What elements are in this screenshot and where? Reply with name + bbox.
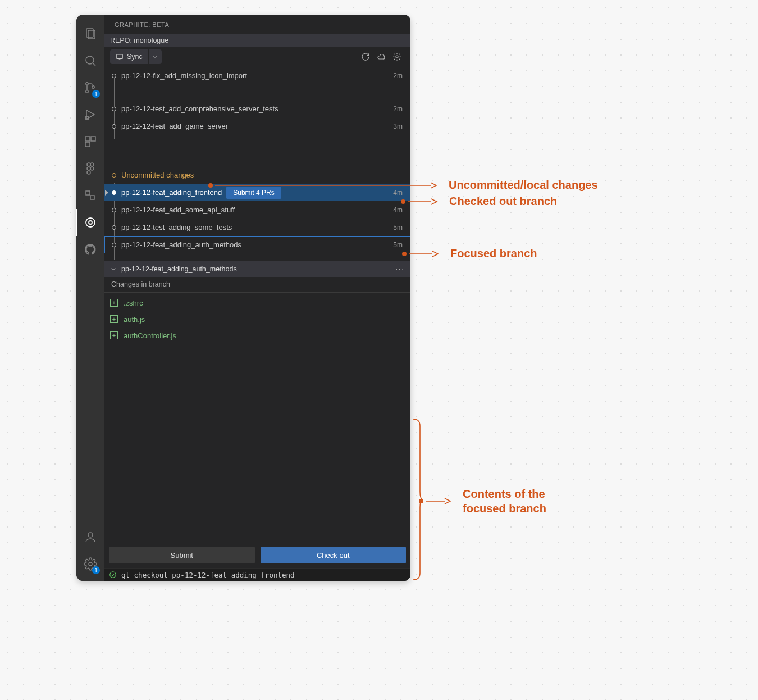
branch-row[interactable]: pp-12-12-test_add_comprehensive_server_t… bbox=[104, 100, 410, 117]
added-file-icon: + bbox=[110, 331, 118, 339]
sync-button[interactable]: Sync bbox=[110, 49, 148, 64]
svg-point-12 bbox=[87, 167, 90, 170]
svg-point-23 bbox=[110, 572, 116, 578]
extensions-icon[interactable] bbox=[76, 128, 104, 155]
branch-age: 3m bbox=[393, 122, 403, 130]
branch-row[interactable]: pp-12-12-test_adding_some_tests 5m bbox=[104, 219, 410, 236]
figma-icon[interactable] bbox=[76, 155, 104, 182]
refresh-icon[interactable] bbox=[358, 49, 373, 65]
activity-bar: 1 1 bbox=[76, 15, 104, 581]
branch-tree: pp-12-12-fix_add_missing_icon_import 2m … bbox=[104, 67, 410, 261]
file-name: auth.js bbox=[124, 315, 145, 324]
search-icon[interactable] bbox=[76, 47, 104, 74]
chevron-down-icon bbox=[110, 266, 117, 272]
toolbar: Sync bbox=[104, 47, 410, 67]
settings-badge: 1 bbox=[92, 566, 100, 574]
svg-point-18 bbox=[89, 221, 92, 224]
file-row[interactable]: + .zshrc bbox=[104, 295, 410, 311]
svg-point-4 bbox=[86, 90, 88, 93]
branch-name: pp-12-12-fix_add_missing_icon_import bbox=[121, 71, 247, 80]
run-debug-icon[interactable] bbox=[76, 101, 104, 128]
source-control-icon[interactable]: 1 bbox=[76, 74, 104, 101]
details-subtitle: Changes in branch bbox=[104, 277, 410, 293]
svg-point-3 bbox=[86, 83, 88, 85]
annotation-contents: Contents of the focused branch bbox=[422, 487, 546, 516]
svg-rect-7 bbox=[85, 137, 90, 141]
branch-age: 5m bbox=[393, 224, 403, 231]
branch-name: pp-12-12-feat_add_some_api_stuff bbox=[121, 206, 235, 214]
svg-point-20 bbox=[89, 562, 92, 566]
svg-point-10 bbox=[87, 163, 90, 166]
added-file-icon: + bbox=[110, 315, 118, 323]
checkout-button[interactable]: Check out bbox=[261, 547, 407, 563]
svg-rect-9 bbox=[85, 142, 90, 147]
file-list: + .zshrc + auth.js + authController.js bbox=[104, 293, 410, 348]
svg-point-19 bbox=[88, 533, 93, 537]
repo-bar[interactable]: REPO: monologue bbox=[104, 34, 410, 47]
branch-row[interactable]: pp-12-12-feat_add_some_api_stuff 4m bbox=[104, 201, 410, 219]
svg-rect-8 bbox=[91, 137, 95, 141]
scm-badge: 1 bbox=[92, 90, 100, 98]
branch-age: 5m bbox=[393, 241, 403, 249]
account-icon[interactable] bbox=[76, 524, 104, 551]
file-name: authController.js bbox=[124, 331, 176, 340]
annotation-focused: Focused branch bbox=[402, 247, 537, 260]
more-icon[interactable]: ··· bbox=[396, 265, 405, 273]
sync-label: Sync bbox=[127, 53, 143, 61]
branch-name: pp-12-12-test_add_comprehensive_server_t… bbox=[121, 104, 278, 113]
file-name: .zshrc bbox=[124, 299, 143, 307]
branch-name: pp-12-12-test_adding_some_tests bbox=[121, 223, 232, 231]
svg-point-14 bbox=[87, 171, 90, 174]
github-icon[interactable] bbox=[76, 236, 104, 263]
svg-point-13 bbox=[90, 167, 94, 170]
explorer-icon[interactable] bbox=[76, 20, 104, 47]
settings-gear-icon[interactable]: 1 bbox=[76, 551, 104, 578]
cloud-icon[interactable] bbox=[373, 49, 389, 65]
gear-icon[interactable] bbox=[389, 49, 405, 65]
uncommitted-label: Uncommitted changes bbox=[121, 171, 194, 179]
branch-name: pp-12-12-feat_adding_auth_methods bbox=[121, 240, 241, 249]
svg-rect-21 bbox=[117, 54, 123, 59]
branch-name: pp-12-12-feat_adding_frontend bbox=[121, 188, 222, 197]
svg-point-22 bbox=[396, 56, 398, 58]
branch-row-focused[interactable]: pp-12-12-feat_adding_auth_methods 5m bbox=[104, 236, 410, 253]
file-row[interactable]: + authController.js bbox=[104, 328, 410, 344]
branch-age: 2m bbox=[393, 72, 403, 80]
details-branch-name: pp-12-12-feat_adding_auth_methods bbox=[121, 265, 237, 273]
svg-point-17 bbox=[86, 218, 95, 227]
checked-out-indicator-icon bbox=[105, 190, 108, 196]
branch-name: pp-12-12-feat_add_game_server bbox=[121, 122, 228, 130]
module-icon[interactable] bbox=[76, 182, 104, 209]
details-header[interactable]: pp-12-12-feat_adding_auth_methods ··· bbox=[104, 261, 410, 277]
file-row[interactable]: + auth.js bbox=[104, 311, 410, 328]
vscode-window: 1 1 GRAPHITE: BETA REPO: monol bbox=[76, 15, 410, 581]
action-row: Submit Check out bbox=[104, 542, 410, 568]
status-check-icon bbox=[109, 571, 117, 579]
added-file-icon: + bbox=[110, 299, 118, 307]
graphite-panel: GRAPHITE: BETA REPO: monologue Sync bbox=[104, 15, 410, 581]
status-bar: gt checkout pp-12-12-feat_adding_fronten… bbox=[104, 568, 410, 581]
panel-title: GRAPHITE: BETA bbox=[104, 15, 410, 34]
branch-age: 2m bbox=[393, 105, 403, 113]
svg-rect-15 bbox=[86, 191, 90, 195]
branch-row[interactable]: pp-12-12-feat_add_game_server 3m bbox=[104, 117, 410, 135]
svg-point-5 bbox=[92, 86, 94, 88]
svg-point-2 bbox=[86, 56, 94, 64]
sync-dropdown[interactable] bbox=[148, 49, 162, 64]
svg-point-11 bbox=[90, 163, 94, 166]
submit-button[interactable]: Submit bbox=[109, 547, 255, 563]
graphite-icon[interactable] bbox=[76, 209, 104, 236]
annotation-checked-out: Checked out branch bbox=[401, 195, 557, 208]
branch-row[interactable]: pp-12-12-fix_add_missing_icon_import 2m bbox=[104, 67, 410, 84]
status-command: gt checkout pp-12-12-feat_adding_fronten… bbox=[121, 571, 295, 579]
svg-rect-16 bbox=[90, 196, 94, 199]
annotation-uncommitted: Uncommitted/local changes bbox=[208, 179, 598, 192]
